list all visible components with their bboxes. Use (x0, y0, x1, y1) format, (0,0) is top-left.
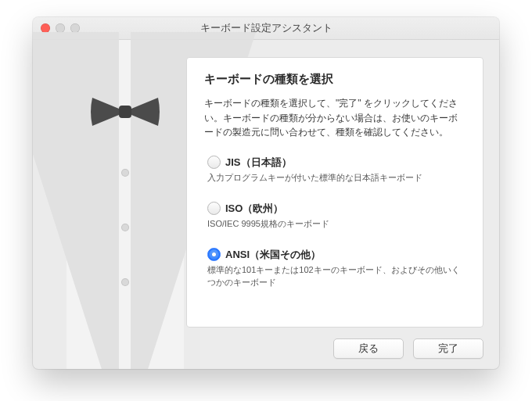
done-button[interactable]: 完了 (413, 338, 483, 359)
titlebar[interactable]: キーボード設定アシスタント (33, 17, 499, 40)
svg-rect-0 (119, 106, 131, 118)
window-body: キーボードの種類を選択 キーボードの種類を選択して、"完了" をクリックしてくだ… (33, 40, 499, 369)
option-ansi-description: 標準的な101キーまたは102キーのキーボード、およびその他いくつかのキーボード (207, 264, 466, 289)
shirt-stud-icon (121, 169, 129, 177)
option-iso-description: ISO/IEC 9995規格のキーボード (207, 218, 466, 231)
option-ansi[interactable]: ANSI（米国その他） 標準的な101キーまたは102キーのキーボード、およびそ… (207, 248, 466, 289)
assistant-window: キーボード設定アシスタント (33, 17, 499, 369)
bowtie-icon (89, 93, 161, 131)
option-jis-description: 入力プログラムキーが付いた標準的な日本語キーボード (207, 172, 466, 184)
radio-iso[interactable] (207, 202, 221, 215)
option-jis[interactable]: JIS（日本語） 入力プログラムキーが付いた標準的な日本語キーボード (207, 156, 466, 184)
shirt-stud-icon (121, 278, 129, 286)
option-iso[interactable]: ISO（欧州） ISO/IEC 9995規格のキーボード (207, 202, 466, 231)
instructions-text: キーボードの種類を選択して、"完了" をクリックしてください。キーボードの種類が… (204, 96, 466, 140)
shirt-stud-icon (121, 224, 129, 231)
option-jis-label: JIS（日本語） (225, 156, 292, 170)
radio-jis[interactable] (207, 156, 221, 169)
radio-ansi[interactable] (207, 248, 221, 261)
footer-buttons: 戻る 完了 (333, 338, 483, 359)
close-icon[interactable] (41, 23, 50, 33)
minimize-icon (56, 23, 65, 33)
option-iso-label: ISO（欧州） (225, 202, 283, 216)
back-button[interactable]: 戻る (333, 338, 404, 359)
page-title: キーボードの種類を選択 (204, 72, 466, 87)
keyboard-type-options: JIS（日本語） 入力プログラムキーが付いた標準的な日本語キーボード ISO（欧… (204, 156, 466, 289)
option-ansi-label: ANSI（米国その他） (225, 248, 321, 262)
traffic-lights (41, 23, 80, 33)
content-pane: キーボードの種類を選択 キーボードの種類を選択して、"完了" をクリックしてくだ… (186, 57, 483, 328)
window-title: キーボード設定アシスタント (33, 21, 499, 35)
zoom-icon (70, 23, 80, 33)
